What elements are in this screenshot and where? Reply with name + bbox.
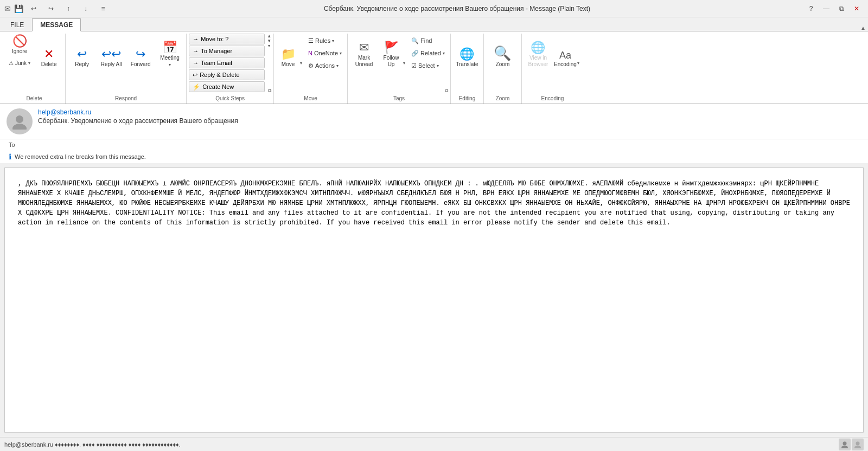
move-to-icon: → <box>193 36 199 42</box>
tags-group-content: ✉ Mark Unread 🚩 Follow Up ▾ 🔍 Find 🔗 Rel… <box>350 34 448 94</box>
email-body-wrapper[interactable]: , ДКЪ ПЮОЯЯЛНРПЕМХЪ БЮБЕЦН НАПЮЫЕМХЪ ⊥ А… <box>4 167 864 433</box>
sender-avatar <box>7 108 33 134</box>
svg-point-5 <box>854 446 861 448</box>
ignore-button[interactable]: 🚫 Ignore <box>5 34 34 56</box>
sender-name: help@sberbank.ru <box>38 108 91 116</box>
move-split: 📁 Move ▾ <box>276 34 304 69</box>
actions-arrow: ▾ <box>336 63 339 68</box>
zoom-group-content: 🔍 Zoom <box>488 34 516 94</box>
quickstep-reply-delete[interactable]: ↩ Reply & Delete <box>189 69 265 80</box>
delete-group-label: Delete <box>5 94 63 104</box>
encoding-split: Aa Encoding ▾ <box>553 34 581 69</box>
undo-button[interactable]: ↩ <box>27 3 41 15</box>
move-main-button[interactable]: 📁 Move <box>276 34 300 69</box>
ribbon-collapse-button[interactable]: ▲ <box>860 25 866 31</box>
ribbon-group-tags: ✉ Mark Unread 🚩 Follow Up ▾ 🔍 Find 🔗 Rel… <box>348 34 451 104</box>
followup-split: 🚩 Follow Up ▾ <box>379 34 407 69</box>
quicksteps-group-label: Quick Steps <box>189 94 271 104</box>
redo-button[interactable]: ↪ <box>44 3 58 15</box>
reply-icon: ↩ <box>77 48 87 60</box>
ribbon-group-encoding: 🌐 View in Browser Aa Encoding ▾ Encoding <box>522 34 583 104</box>
followup-dropdown-button[interactable]: ▾ <box>403 34 407 69</box>
quickstep-team-email[interactable]: → Team Email <box>189 57 265 68</box>
meeting-button[interactable]: 📅 Meeting ▾ <box>156 34 184 69</box>
find-button[interactable]: 🔍 Find <box>408 35 448 47</box>
info-banner: ℹ We removed extra line breaks from this… <box>0 150 868 163</box>
actions-button[interactable]: ⚙ Actions ▾ <box>305 60 345 72</box>
rules-button[interactable]: ☰ Rules ▾ <box>305 35 345 47</box>
tags-expand-icon[interactable]: ⧉ <box>445 88 448 94</box>
translate-icon: 🌐 <box>459 48 474 60</box>
quickstep-to-manager[interactable]: → To Manager <box>189 46 265 56</box>
quicksteps-scroll-up[interactable]: ▲ <box>267 34 271 38</box>
move-icon: 📁 <box>281 48 296 60</box>
quicksteps-scroll: ▲ ▼ ▾ <box>267 34 271 48</box>
quickstep-move-to[interactable]: → Move to: ? <box>189 34 265 44</box>
help-button[interactable]: ? <box>804 3 818 15</box>
create-new-icon: ⚡ <box>193 83 200 91</box>
svg-point-0 <box>16 115 23 123</box>
move-group-label: Move <box>276 94 345 104</box>
tab-message[interactable]: MESSAGE <box>32 18 81 31</box>
view-in-browser-icon: 🌐 <box>531 42 545 54</box>
up-button[interactable]: ↑ <box>61 3 75 15</box>
respond-group-label: Respond <box>68 94 184 104</box>
close-button[interactable]: ✕ <box>850 3 864 15</box>
ribbon-tabs: FILE MESSAGE ▲ <box>0 17 868 31</box>
onenote-button[interactable]: N OneNote ▾ <box>305 47 345 59</box>
reply-button[interactable]: ↩ Reply <box>68 34 96 69</box>
ribbon-group-zoom: 🔍 Zoom Zoom <box>484 34 522 104</box>
reply-all-button[interactable]: ↩↩ Reply All <box>97 34 125 69</box>
mark-unread-button[interactable]: ✉ Mark Unread <box>350 34 378 69</box>
followup-main-button[interactable]: 🚩 Follow Up <box>379 34 403 69</box>
encoding-icon: Aa <box>559 50 571 60</box>
zoom-button[interactable]: 🔍 Zoom <box>488 34 516 69</box>
rules-arrow: ▾ <box>332 38 334 43</box>
ribbon-group-quicksteps: → Move to: ? → To Manager → Team Email ↩… <box>187 34 274 104</box>
editing-group-content: 🌐 Translate <box>453 34 481 94</box>
person-icon-1 <box>839 439 851 450</box>
svg-point-3 <box>841 446 848 448</box>
translate-button[interactable]: 🌐 Translate <box>453 34 481 69</box>
quickstep-create-new[interactable]: ⚡ Create New <box>189 81 265 92</box>
delete-icon: ✕ <box>44 48 54 60</box>
tab-file[interactable]: FILE <box>2 18 32 31</box>
forward-icon: ↪ <box>136 48 145 60</box>
meeting-dropdown-arrow: ▾ <box>169 62 171 68</box>
select-button[interactable]: ☑ Select ▾ <box>408 60 448 72</box>
encoding-main-button[interactable]: Aa Encoding <box>553 34 577 69</box>
meeting-icon: 📅 <box>163 42 177 54</box>
down-button[interactable]: ↓ <box>79 3 93 15</box>
email-area: help@sberbank.ru Сбербанк. Уведомление о… <box>0 104 868 437</box>
minimize-button[interactable]: — <box>819 3 833 15</box>
junk-button[interactable]: ⚠ Junk ▾ <box>5 57 34 69</box>
ribbon-group-delete: 🚫 Ignore ⚠ Junk ▾ ✕ Delete Delete <box>3 34 66 104</box>
encoding-group-content: 🌐 View in Browser Aa Encoding ▾ <box>524 34 581 94</box>
delete-button[interactable]: ✕ Delete <box>35 34 63 69</box>
move-dropdown-button[interactable]: ▾ <box>300 34 304 69</box>
view-in-browser-button[interactable]: 🌐 View in Browser <box>524 34 552 69</box>
quicksteps-expand-icon[interactable]: ⧉ <box>268 88 271 94</box>
quicksteps-expand[interactable]: ▾ <box>267 43 271 48</box>
respond-group-content: ↩ Reply ↩↩ Reply All ↪ Forward 📅 Meeting… <box>68 34 184 94</box>
title-bar: ✉ 💾 ↩ ↪ ↑ ↓ ≡ Сбербанк. Уведомление о хо… <box>0 0 868 17</box>
ribbon-group-respond: ↩ Reply ↩↩ Reply All ↪ Forward 📅 Meeting… <box>66 34 187 104</box>
encoding-dropdown-button[interactable]: ▾ <box>577 34 581 69</box>
related-icon: 🔗 <box>411 50 419 57</box>
svg-point-1 <box>12 124 27 130</box>
onenote-icon: N <box>308 50 312 56</box>
forward-button[interactable]: ↪ Forward <box>126 34 155 69</box>
zoom-group-label: Zoom <box>486 94 519 104</box>
actions-icon: ⚙ <box>308 62 314 69</box>
quicksteps-scroll-down[interactable]: ▼ <box>267 38 271 43</box>
to-manager-icon: → <box>193 48 199 54</box>
quicksteps-list: → Move to: ? → To Manager → Team Email ↩… <box>189 34 265 92</box>
restore-button[interactable]: ⧉ <box>834 3 848 15</box>
related-button[interactable]: 🔗 Related ▾ <box>408 47 448 59</box>
tags-small-buttons: 🔍 Find 🔗 Related ▾ ☑ Select ▾ <box>408 34 448 72</box>
select-icon: ☑ <box>411 62 417 69</box>
info-icon: ℹ <box>9 152 11 161</box>
customize-button[interactable]: ≡ <box>96 3 110 15</box>
meeting-split: 📅 Meeting ▾ <box>156 34 184 69</box>
junk-icon: ⚠ <box>9 60 14 66</box>
